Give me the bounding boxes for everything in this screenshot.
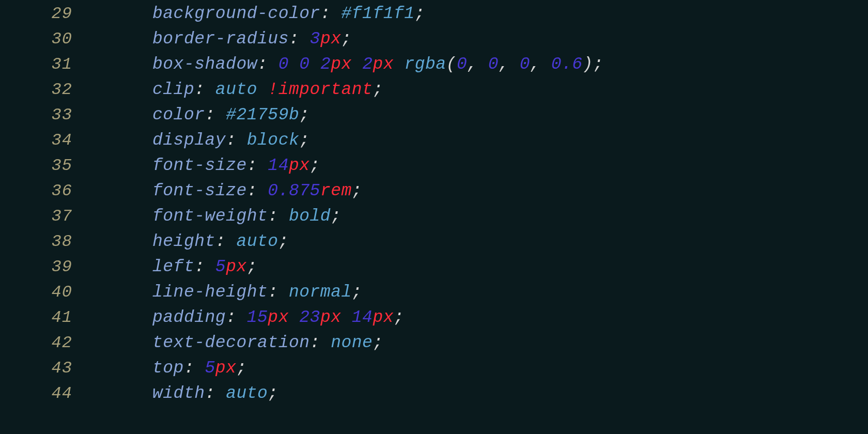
semicolon: ; <box>331 207 341 226</box>
code-content[interactable]: border-radius: 3px; <box>93 29 352 49</box>
semicolon: ; <box>373 80 383 99</box>
code-content[interactable]: clip: auto !important; <box>93 80 383 99</box>
colon: : <box>184 359 205 378</box>
code-line[interactable]: 33color: #21759b; <box>0 105 868 131</box>
code-line[interactable]: 36font-size: 0.875rem; <box>0 181 868 207</box>
code-content[interactable]: top: 5px; <box>93 359 247 378</box>
css-token: , <box>467 55 488 74</box>
css-property: box-shadow <box>152 55 257 74</box>
code-content[interactable]: padding: 15px 23px 14px; <box>93 308 404 327</box>
css-token: 2 <box>320 55 331 74</box>
css-token: 0 <box>278 55 289 74</box>
semicolon: ; <box>299 105 309 125</box>
colon: : <box>194 257 215 276</box>
css-token: 0 <box>299 55 309 74</box>
css-token <box>257 80 268 99</box>
code-line[interactable]: 38height: auto; <box>0 232 868 257</box>
css-property: font-weight <box>152 207 268 226</box>
code-content[interactable]: font-size: 0.875rem; <box>93 181 362 200</box>
css-property: height <box>152 232 215 251</box>
css-token: auto <box>215 80 257 99</box>
css-property: text-decoration <box>152 333 310 352</box>
colon: : <box>205 384 226 403</box>
colon: : <box>247 156 268 175</box>
colon: : <box>310 333 331 352</box>
line-number: 36 <box>0 181 93 200</box>
css-token: !important <box>268 80 373 99</box>
css-token: 23 <box>299 308 320 327</box>
css-token: 2 <box>362 55 373 74</box>
css-token: 0 <box>457 55 467 74</box>
line-number: 38 <box>0 232 93 251</box>
code-content[interactable]: height: auto; <box>93 232 289 251</box>
css-property: background-color <box>152 4 320 23</box>
css-token: ) <box>583 55 593 74</box>
code-line[interactable]: 30border-radius: 3px; <box>0 29 868 55</box>
code-content[interactable]: color: #21759b; <box>93 105 310 125</box>
code-line[interactable]: 40line-height: normal; <box>0 283 868 308</box>
semicolon: ; <box>373 333 383 352</box>
css-property: top <box>152 359 184 378</box>
colon: : <box>226 308 247 327</box>
css-token <box>310 55 320 74</box>
css-token: px <box>331 55 352 74</box>
code-content[interactable]: font-size: 14px; <box>93 156 320 175</box>
css-token: none <box>331 333 373 352</box>
css-token: px <box>268 308 289 327</box>
code-line[interactable]: 34display: block; <box>0 131 868 156</box>
code-line[interactable]: 41padding: 15px 23px 14px; <box>0 308 868 333</box>
line-number: 35 <box>0 156 93 175</box>
code-editor[interactable]: 29background-color: #f1f1f1;30border-rad… <box>0 0 868 409</box>
css-property: line-height <box>152 283 268 302</box>
css-token <box>289 308 299 327</box>
code-line[interactable]: 31box-shadow: 0 0 2px 2px rgba(0, 0, 0, … <box>0 55 868 80</box>
css-token: 0 <box>488 55 499 74</box>
semicolon: ; <box>278 232 289 251</box>
line-number: 41 <box>0 308 93 327</box>
line-number: 37 <box>0 207 93 226</box>
code-line[interactable]: 42text-decoration: none; <box>0 333 868 359</box>
code-line[interactable]: 44width: auto; <box>0 384 868 409</box>
code-content[interactable]: display: block; <box>93 131 310 150</box>
css-property: color <box>152 105 205 125</box>
code-content[interactable]: box-shadow: 0 0 2px 2px rgba(0, 0, 0, 0.… <box>93 55 603 74</box>
line-number: 42 <box>0 333 93 352</box>
css-token: rem <box>320 181 352 200</box>
code-content[interactable]: width: auto; <box>93 384 278 403</box>
code-line[interactable]: 43top: 5px; <box>0 359 868 384</box>
css-token: ( <box>446 55 457 74</box>
code-line[interactable]: 37font-weight: bold; <box>0 207 868 232</box>
css-token: auto <box>226 384 268 403</box>
semicolon: ; <box>593 55 603 74</box>
css-token: bold <box>289 207 331 226</box>
css-token <box>394 55 404 74</box>
css-token <box>289 55 299 74</box>
css-token <box>341 308 351 327</box>
line-number: 30 <box>0 29 93 49</box>
semicolon: ; <box>268 384 278 403</box>
css-token: 0.6 <box>551 55 583 74</box>
css-token: px <box>320 308 342 327</box>
css-token: , <box>499 55 520 74</box>
css-token: #21759b <box>226 105 299 125</box>
semicolon: ; <box>415 4 425 23</box>
code-line[interactable]: 32clip: auto !important; <box>0 80 868 105</box>
line-number: 29 <box>0 4 93 23</box>
semicolon: ; <box>352 181 362 200</box>
code-content[interactable]: left: 5px; <box>93 257 257 276</box>
code-content[interactable]: text-decoration: none; <box>93 333 383 352</box>
line-number: 43 <box>0 359 93 378</box>
css-property: left <box>152 257 194 276</box>
code-content[interactable]: font-weight: bold; <box>93 207 341 226</box>
code-line[interactable]: 39left: 5px; <box>0 257 868 283</box>
semicolon: ; <box>236 359 246 378</box>
css-token: px <box>373 55 394 74</box>
colon: : <box>289 29 310 49</box>
code-line[interactable]: 29background-color: #f1f1f1; <box>0 4 868 29</box>
code-line[interactable]: 35font-size: 14px; <box>0 156 868 181</box>
code-content[interactable]: line-height: normal; <box>93 283 362 302</box>
semicolon: ; <box>299 131 309 150</box>
css-token: 5 <box>215 257 226 276</box>
css-token <box>352 55 362 74</box>
code-content[interactable]: background-color: #f1f1f1; <box>93 4 425 23</box>
